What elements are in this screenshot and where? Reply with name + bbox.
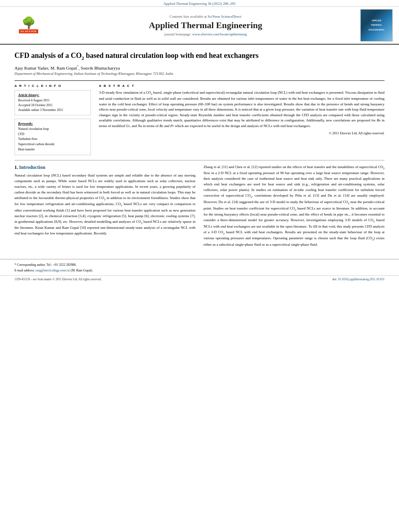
email-suffix: (M. Ram Gopal).: [71, 269, 93, 272]
email-line: E-mail address: rang@mech.iitkgp.ernet.i…: [14, 268, 385, 273]
journal-cover-area: APPLIED THERMAL ENGINEERING: [352, 9, 393, 41]
journal-info-center: Contents lists available at SciVerse Sci…: [59, 14, 352, 36]
journal-citation: Applied Thermal Engineering 36 (2012) 28…: [163, 2, 235, 6]
intro-left-col: 1. Introduction Natural circulation loop…: [14, 164, 195, 248]
sciverse-link[interactable]: SciVerse ScienceDirect: [208, 14, 241, 18]
email-label: E-mail address:: [14, 269, 35, 272]
introduction-section: 1. Introduction Natural circulation loop…: [14, 164, 385, 248]
history-box: Article history: Received 4 August 2011 …: [14, 90, 91, 115]
copyright-notice: © 2011 Elsevier Ltd. All rights reserved…: [99, 131, 385, 135]
intro-right-col: Zhang et al. [11] and Chen et al. [12] r…: [204, 164, 385, 248]
keyword-4: Supercritical carbon dioxide: [18, 142, 87, 147]
intro-left-text: Natural circulation loop (NCL) based sec…: [14, 173, 195, 236]
article-info-label: A R T I C L E I N F O: [14, 84, 91, 88]
cover-line1: APPLIED: [371, 18, 382, 23]
intro-heading: Introduction: [19, 164, 45, 170]
keywords-title: Keywords:: [18, 121, 87, 125]
intro-heading-block: 1. Introduction: [14, 164, 195, 170]
journal-title: Applied Thermal Engineering: [59, 20, 352, 31]
doi-label: doi:: [332, 277, 337, 281]
footnotes-area: * Corresponding author. Tel.: +91 3222 2…: [0, 259, 399, 275]
sciverse-line: Contents lists available at SciVerse Sci…: [59, 14, 352, 18]
history-title: Article history:: [18, 93, 87, 97]
footer-issn: 1359-4311/$ – see front matter © 2011 El…: [14, 277, 102, 281]
email-address[interactable]: rang@mech.iitkgp.ernet.in: [35, 269, 70, 272]
abstract-column: A B S T R A C T 3-D steady flow simulati…: [99, 84, 385, 155]
homepage-prefix: journal homepage:: [165, 32, 192, 36]
affiliation: Department of Mechanical Engineering, In…: [14, 72, 385, 76]
paper-title: CFD analysis of a CO2 based natural circ…: [14, 51, 385, 62]
journal-cover: APPLIED THERMAL ENGINEERING: [360, 9, 393, 41]
keywords-box: Keywords: Natural circulation loop CFD T…: [14, 119, 91, 155]
elsevier-badge: ELSEVIER: [19, 29, 38, 33]
authors: Ajay Kumar Yadav, M. Ram Gopal*, Souvik …: [14, 65, 385, 70]
elsevier-logo-container: 🌳 ELSEVIER: [6, 11, 51, 39]
available-date: Available online 3 November 2011: [18, 108, 87, 113]
sciverse-prefix: Contents lists available at: [170, 14, 207, 18]
homepage-url[interactable]: www.elsevier.com/locate/apthermeng: [192, 32, 247, 36]
keyword-1: Natural circulation loop: [18, 127, 87, 132]
publisher-logo-area: 🌳 ELSEVIER: [6, 11, 59, 39]
keyword-2: CFD: [18, 132, 87, 137]
journal-bar: Applied Thermal Engineering 36 (2012) 28…: [0, 0, 399, 7]
tree-icon: 🌳: [22, 17, 36, 29]
cover-line2: THERMAL: [370, 23, 383, 27]
footer-bottom: 1359-4311/$ – see front matter © 2011 El…: [0, 275, 399, 283]
abstract-text: 3-D steady flow simulation of a CO2 base…: [99, 90, 385, 129]
accepted-date: Accepted 18 October 2011: [18, 103, 87, 108]
footer-doi: doi: 10.1016/j.applthermaleng.2011.10.03…: [332, 277, 385, 281]
doi-value[interactable]: 10.1016/j.applthermaleng.2011.10.031: [338, 277, 385, 281]
journal-header: 🌳 ELSEVIER Contents lists available at S…: [0, 7, 399, 45]
corresponding-label: * Corresponding author. Tel.: +91 3222 2…: [14, 263, 76, 267]
intro-right-text: Zhang et al. [11] and Chen et al. [12] r…: [204, 164, 385, 248]
article-info-column: A R T I C L E I N F O Article history: R…: [14, 84, 91, 155]
paper-content: CFD analysis of a CO2 based natural circ…: [0, 45, 399, 256]
abstract-label: A B S T R A C T: [99, 84, 385, 88]
corresponding-author: * Corresponding author. Tel.: +91 3222 2…: [14, 263, 385, 267]
received-date: Received 4 August 2011: [18, 98, 87, 103]
cover-line3: ENGINEERING: [368, 28, 385, 32]
keyword-5: Heat transfer: [18, 147, 87, 152]
intro-number: 1.: [14, 164, 18, 170]
section-divider: [14, 160, 385, 160]
keyword-3: Turbulent flow: [18, 137, 87, 142]
article-info-abstract-section: A R T I C L E I N F O Article history: R…: [14, 80, 385, 155]
journal-homepage: journal homepage: www.elsevier.com/locat…: [59, 32, 352, 36]
